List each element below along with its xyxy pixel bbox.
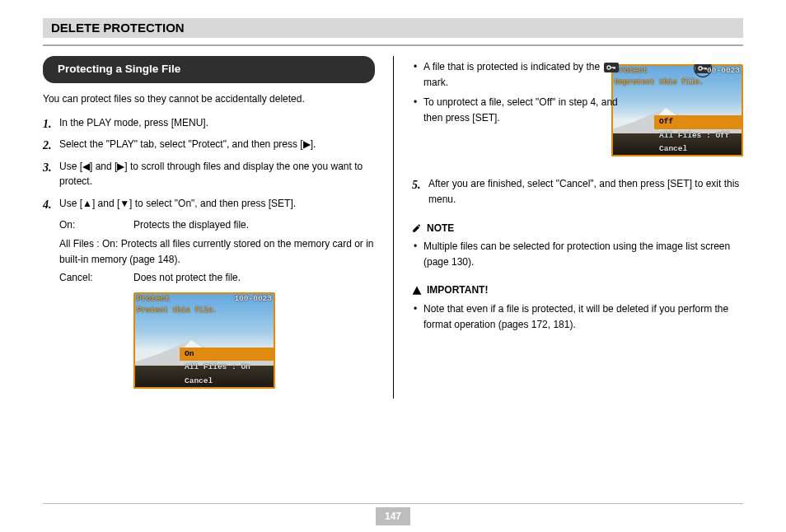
svg-rect-10 [614, 67, 615, 69]
warning-icon [412, 286, 422, 296]
pencil-icon [412, 223, 422, 233]
menu-item-selected: On [180, 348, 275, 362]
page-number: 147 [376, 507, 410, 525]
screenshot-header: Protect 100-0023 Protect this file. [133, 292, 275, 314]
option-text: Protects the displayed file. [133, 217, 249, 233]
menu-item: All Files : Off [654, 129, 743, 143]
note-text: Multiple files can be selected for prote… [412, 239, 743, 269]
important-block: IMPORTANT! Note that even if a file is p… [412, 282, 743, 332]
screenshot-file-number: 100-0023 [234, 293, 272, 306]
step-number: 4. [43, 196, 52, 214]
option-label: Cancel: [59, 270, 133, 286]
svg-rect-11 [615, 67, 615, 68]
camera-screenshot-unprotect: Protect 00-0023 Unprotect this file. Off… [611, 64, 743, 156]
step-text: In the PLAY mode, press [MENU]. [59, 117, 208, 128]
step-4: 4. Use [▲] and [▼] to select "On", and t… [43, 196, 375, 212]
unprotect-instruction: To unprotect a file, select "Off" in ste… [412, 95, 626, 125]
step-text: Select the "PLAY" tab, select "Protect",… [59, 138, 316, 150]
step-text: After you are finished, select "Cancel",… [428, 178, 739, 205]
step-3: 3. Use [◀] and [▶] to scroll through fil… [43, 159, 375, 189]
menu-item: All Files : On [180, 361, 275, 375]
step-5: 5. After you are finished, select "Cance… [412, 176, 743, 207]
topic-heading: Protecting a Single File [43, 56, 375, 83]
screenshot-menu: On All Files : On Cancel [180, 348, 275, 389]
right-column: Protect 00-0023 Unprotect this file. Off… [393, 56, 743, 399]
step-number: 2. [43, 137, 52, 155]
page-footer: 147 [0, 503, 786, 525]
option-label: On: [59, 217, 133, 233]
important-text: Note that even if a file is protected, i… [412, 301, 743, 332]
note-label: NOTE [427, 221, 454, 236]
screenshot-header: Protect 00-0023 Unprotect this file. [611, 64, 743, 86]
svg-point-8 [607, 66, 611, 69]
section-header: DELETE PROTECTION [43, 18, 743, 38]
option-text: Does not protect the file. [133, 270, 241, 286]
text-fragment: A file that is protected is indicated by… [423, 61, 602, 72]
step-number: 3. [43, 159, 52, 177]
option-all-on: All Files : On: Protects all files curre… [59, 236, 375, 267]
option-cancel: Cancel: Does not protect the file. [59, 270, 375, 286]
camera-screenshot-protect: Protect 100-0023 Protect this file. On A… [133, 292, 275, 389]
protected-indicator-note: A file that is protected is indicated by… [412, 59, 626, 90]
step-2: 2. Select the "PLAY" tab, select "Protec… [43, 137, 375, 152]
option-list: On: Protects the displayed file. All Fil… [59, 217, 375, 285]
menu-item: Cancel [654, 142, 743, 156]
option-label: All Files : On: [59, 238, 118, 250]
screenshot-menu: Off All Files : Off Cancel [654, 115, 743, 156]
menu-item: Cancel [180, 375, 275, 389]
key-lock-icon [604, 63, 619, 72]
screenshot-title: Protect [137, 293, 170, 306]
step-1: 1. In the PLAY mode, press [MENU]. [43, 115, 375, 131]
svg-rect-9 [611, 67, 615, 68]
text-fragment: mark. [423, 77, 448, 88]
option-on: On: Protects the displayed file. [59, 217, 375, 233]
intro-text: You can protect files so they cannot be … [43, 91, 375, 107]
important-label: IMPORTANT! [427, 282, 488, 298]
note-block: NOTE Multiple files can be selected for … [412, 221, 743, 270]
screenshot-file-number: 00-0023 [707, 65, 740, 77]
divider [43, 44, 743, 46]
step-number: 1. [43, 115, 52, 133]
screenshot-subtitle: Protect this file. [137, 306, 272, 317]
menu-item-selected: Off [654, 115, 743, 129]
step-number: 5. [412, 176, 421, 194]
left-column: Protecting a Single File You can protect… [43, 56, 393, 399]
step-text: Use [▲] and [▼] to select "On", and then… [59, 198, 296, 209]
screenshot-subtitle: Unprotect this file. [615, 77, 740, 89]
step-text: Use [◀] and [▶] to scroll through files … [59, 161, 363, 188]
